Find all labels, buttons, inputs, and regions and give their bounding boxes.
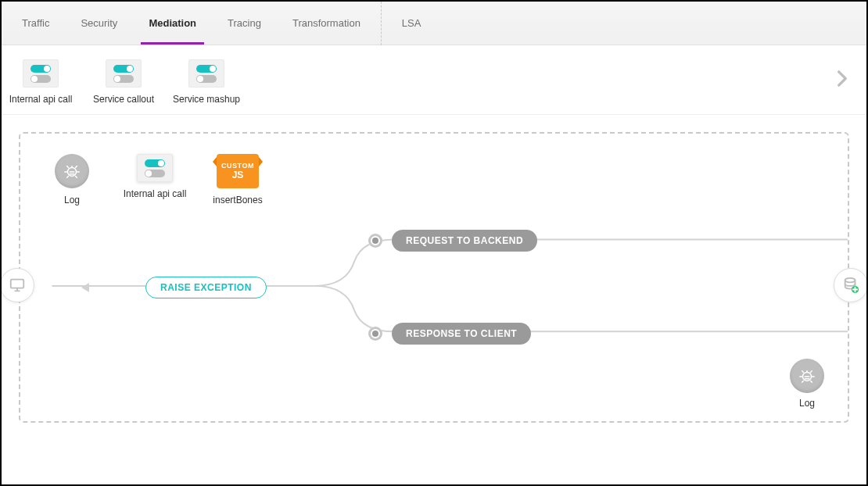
node-label: insertBones: [213, 195, 262, 205]
palette-label: Service callout: [93, 94, 154, 105]
backend-endpoint[interactable]: [834, 268, 868, 302]
palette-label: Service mashup: [173, 94, 240, 105]
bug-icon: [790, 359, 824, 393]
palette-row: Internal api call Service callout Servic…: [2, 45, 866, 115]
custom-js-badge-main: JS: [232, 170, 244, 180]
chevron-right-icon: [832, 69, 852, 89]
node-log-response[interactable]: Log: [790, 359, 824, 409]
toggle-icon: [188, 59, 224, 88]
custom-js-icon: CUSTOM JS: [217, 154, 259, 188]
custom-js-badge-top: CUSTOM: [221, 162, 254, 170]
node-internal-api-call[interactable]: Internal api call: [120, 154, 189, 205]
palette-internal-api-call[interactable]: Internal api call: [6, 59, 75, 105]
node-label: Log: [799, 398, 815, 409]
raise-exception-label[interactable]: RAISE EXCEPTION: [145, 277, 267, 298]
toggle-icon: [137, 154, 173, 182]
request-to-backend-label[interactable]: REQUEST TO BACKEND: [392, 230, 537, 252]
tab-bar: Traffic Security Mediation Tracing Trans…: [2, 2, 866, 45]
bug-icon: [55, 154, 89, 188]
node-label: Internal api call: [124, 188, 187, 199]
palette-scroll-right[interactable]: [832, 69, 852, 91]
request-nodes: Log Internal api call CUSTOM JS insertBo…: [20, 134, 848, 205]
tab-divider: [381, 2, 382, 45]
toggle-icon: [106, 59, 142, 88]
client-endpoint[interactable]: [0, 268, 34, 302]
node-log[interactable]: Log: [38, 154, 106, 205]
svg-rect-2: [11, 280, 24, 288]
toggle-icon: [23, 59, 59, 88]
node-insertbones[interactable]: CUSTOM JS insertBones: [203, 154, 272, 205]
request-junction-dot: [368, 234, 382, 248]
arrow-left-icon: [81, 283, 89, 292]
flow-canvas: Log Internal api call CUSTOM JS insertBo…: [19, 132, 849, 423]
tab-security[interactable]: Security: [65, 2, 133, 45]
monitor-icon: [9, 277, 26, 294]
tab-traffic[interactable]: Traffic: [6, 2, 65, 45]
svg-point-3: [845, 278, 855, 283]
response-junction-dot: [368, 327, 382, 341]
response-to-client-label[interactable]: RESPONSE TO CLIENT: [392, 323, 531, 345]
palette-label: Internal api call: [9, 94, 73, 105]
tab-transformation[interactable]: Transformation: [277, 2, 376, 45]
node-label: Log: [64, 195, 80, 205]
flow-canvas-wrap: Log Internal api call CUSTOM JS insertBo…: [2, 115, 866, 423]
tab-mediation[interactable]: Mediation: [133, 2, 212, 45]
palette-service-callout[interactable]: Service callout: [89, 59, 158, 105]
tab-tracing[interactable]: Tracing: [212, 2, 277, 45]
tab-lsa[interactable]: LSA: [386, 2, 437, 45]
palette-service-mashup[interactable]: Service mashup: [172, 59, 241, 105]
database-plus-icon: [842, 277, 859, 294]
